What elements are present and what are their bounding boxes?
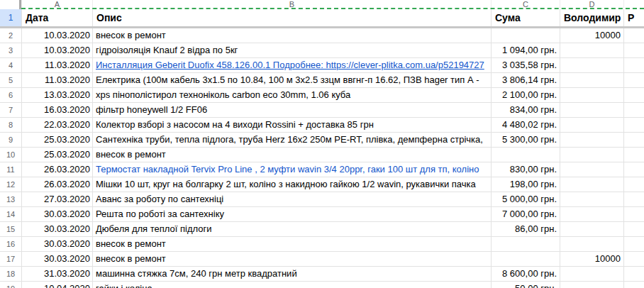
cell-description[interactable]: Решта по роботі за сантехніку [92, 207, 491, 221]
cell-sum[interactable]: 50,00 грн. [491, 282, 560, 288]
cell-sum[interactable]: 8 600,00 грн. [491, 267, 560, 281]
row-number[interactable]: 17 [0, 252, 21, 266]
cell-sum[interactable]: 830,00 грн. [491, 162, 560, 177]
cell-description[interactable]: Колектор взборі з насосом на 4 виходи Ro… [92, 118, 491, 132]
cell-extra[interactable] [623, 133, 644, 147]
cell-date[interactable]: 26.03.2020 [21, 177, 92, 192]
cell-extra[interactable] [623, 28, 644, 43]
cell-extra[interactable] [623, 252, 644, 266]
row-number[interactable]: 3 [0, 43, 21, 57]
row-number[interactable]: 11 [0, 162, 21, 177]
cell-volodymyr[interactable] [560, 43, 623, 57]
sheet-corner[interactable] [0, 0, 21, 9]
cell-description[interactable]: машинна стяжка 7см, 240 грн метр квадрат… [92, 267, 491, 281]
cell-extra[interactable] [623, 43, 644, 57]
cell-extra[interactable] [623, 207, 644, 221]
cell-extra[interactable] [623, 73, 644, 87]
cell-description[interactable]: Електрика (100м кабель 3х1.5 по 10.84, 1… [92, 73, 491, 87]
row-number[interactable]: 6 [0, 88, 21, 102]
row-number[interactable]: 18 [0, 267, 21, 281]
row-number[interactable]: 5 [0, 73, 21, 87]
cell-date[interactable]: 30.03.2020 [21, 252, 92, 266]
cell-volodymyr[interactable] [560, 148, 623, 162]
cell-date[interactable]: 30.03.2020 [21, 207, 92, 221]
row-number[interactable]: 12 [0, 177, 21, 192]
cell-extra[interactable] [623, 237, 644, 251]
row-number[interactable]: 15 [0, 222, 21, 236]
cell-date[interactable]: 25.03.2020 [21, 133, 92, 147]
cell-sum[interactable]: 5 300,00 грн. [491, 133, 560, 147]
cell-sum[interactable]: 834,00 грн. [491, 103, 560, 117]
cell-description[interactable]: Дюбеля для теплої підлоги [92, 222, 491, 236]
header-cell-r[interactable]: Р [623, 9, 644, 26]
cell-description[interactable]: внесок в ремонт [92, 237, 491, 251]
row-number[interactable]: 4 [0, 58, 21, 72]
cell-date[interactable]: 27.03.2020 [21, 192, 92, 206]
header-cell-volodymyr[interactable]: Володимир [560, 9, 623, 26]
header-cell-description[interactable]: Опис [92, 9, 491, 26]
cell-sum[interactable]: 198,00 грн. [491, 177, 560, 192]
row-number[interactable]: 13 [0, 192, 21, 206]
cell-volodymyr[interactable] [560, 222, 623, 236]
cell-extra[interactable] [623, 58, 644, 72]
cell-date[interactable]: 22.03.2020 [21, 118, 92, 132]
cell-extra[interactable] [623, 118, 644, 132]
cell-extra[interactable] [623, 148, 644, 162]
row-number[interactable]: 9 [0, 133, 21, 147]
cell-extra[interactable] [623, 88, 644, 102]
cell-description[interactable]: гайки і коліна [92, 282, 491, 288]
cell-description[interactable]: Сантехніка труби, тепла підлога, труба H… [92, 133, 491, 147]
cell-sum[interactable] [491, 237, 560, 251]
cell-date[interactable]: 10.04.2020 [21, 282, 92, 288]
cell-extra[interactable] [623, 192, 644, 206]
cell-sum[interactable]: 7 000,00 грн. [491, 207, 560, 221]
cell-sum[interactable] [491, 28, 560, 43]
cell-date[interactable]: 11.03.2020 [21, 73, 92, 87]
cell-date[interactable]: 16.03.2020 [21, 103, 92, 117]
cell-extra[interactable] [623, 103, 644, 117]
cell-volodymyr[interactable]: 10000 [560, 28, 623, 43]
cell-volodymyr[interactable] [560, 88, 623, 102]
cell-description[interactable]: внесок в ремонт [92, 148, 491, 162]
cell-volodymyr[interactable] [560, 58, 623, 72]
cell-description[interactable]: фільтр honeywell 1/2 FF06 [92, 103, 491, 117]
cell-volodymyr[interactable] [560, 192, 623, 206]
cell-description[interactable]: xps пінополістирол техноніколь carbon ec… [92, 88, 491, 102]
header-cell-sum[interactable]: Сума [491, 9, 560, 26]
row-number[interactable]: 7 [0, 103, 21, 117]
cell-date[interactable]: 31.03.2020 [21, 267, 92, 281]
cell-date[interactable]: 11.03.2020 [21, 58, 92, 72]
cell-extra[interactable] [623, 222, 644, 236]
row-number-1[interactable]: 1 [0, 9, 21, 26]
cell-volodymyr[interactable] [560, 118, 623, 132]
row-number[interactable]: 19 [0, 282, 21, 288]
cell-sum[interactable] [491, 252, 560, 266]
row-number[interactable]: 2 [0, 28, 21, 43]
cell-extra[interactable] [623, 267, 644, 281]
cell-description[interactable]: Термостат накладной Tervix Pro Line , 2 … [92, 162, 491, 177]
row-number[interactable]: 16 [0, 237, 21, 251]
header-cell-date[interactable]: Дата [21, 9, 92, 26]
cell-date[interactable]: 10.03.2020 [21, 43, 92, 57]
cell-description[interactable]: Мішки 10 шт, круг на болгарку 2 шт, колі… [92, 177, 491, 192]
cell-extra[interactable] [623, 177, 644, 192]
cell-date[interactable]: 30.03.2020 [21, 222, 92, 236]
cell-date[interactable]: 26.03.2020 [21, 162, 92, 177]
cell-volodymyr[interactable] [560, 73, 623, 87]
cell-description[interactable]: внесок в ремонт [92, 28, 491, 43]
cell-extra[interactable] [623, 282, 644, 288]
cell-extra[interactable] [623, 162, 644, 177]
cell-sum[interactable]: 3 806,14 грн. [491, 73, 560, 87]
cell-sum[interactable]: 1 094,00 грн. [491, 43, 560, 57]
cell-sum[interactable]: 4 480,02 грн. [491, 118, 560, 132]
cell-volodymyr[interactable] [560, 162, 623, 177]
cell-sum[interactable]: 3 035,58 грн. [491, 58, 560, 72]
cell-sum[interactable] [491, 148, 560, 162]
cell-volodymyr[interactable] [560, 267, 623, 281]
cell-volodymyr[interactable]: 10000 [560, 252, 623, 266]
cell-description[interactable]: Инсталляция Geberit Duofix 458.126.00.1 … [92, 58, 491, 72]
cell-date[interactable]: 10.03.2020 [21, 28, 92, 43]
cell-description[interactable]: гідроізоляція Knauf 2 відра по 5кг [92, 43, 491, 57]
row-number[interactable]: 8 [0, 118, 21, 132]
row-number[interactable]: 14 [0, 207, 21, 221]
